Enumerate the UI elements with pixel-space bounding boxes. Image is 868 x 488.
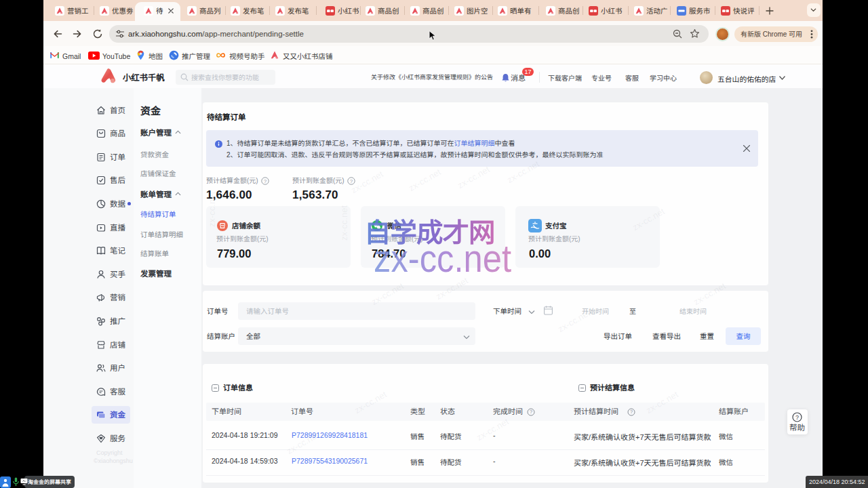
svg-text:?: ? (350, 178, 353, 184)
svg-text:?: ? (795, 414, 799, 421)
svg-text:?: ? (530, 409, 532, 415)
svg-text:?: ? (264, 178, 267, 184)
svg-text:?: ? (630, 409, 633, 415)
